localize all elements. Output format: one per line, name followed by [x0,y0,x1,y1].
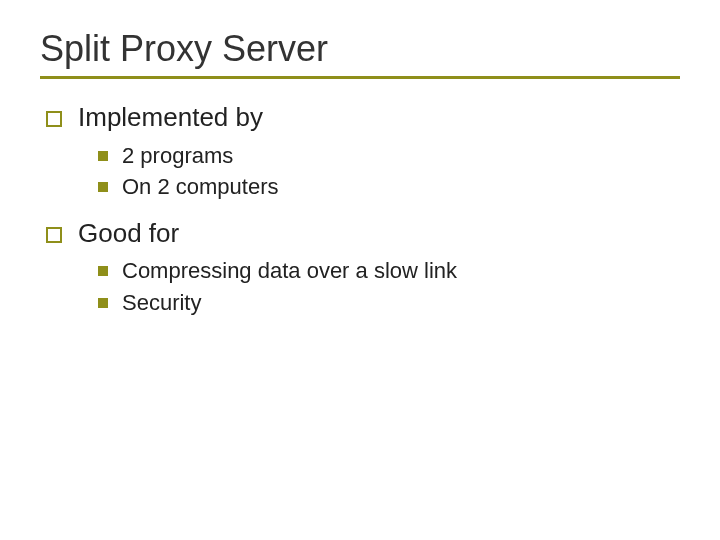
level2-item: 2 programs [98,142,680,170]
level2-item: Compressing data over a slow link [98,257,680,285]
hollow-square-icon [46,111,62,127]
solid-square-icon [98,266,108,276]
slide-title: Split Proxy Server [40,28,680,70]
level2-label: On 2 computers [122,173,279,201]
solid-square-icon [98,182,108,192]
level2-item: On 2 computers [98,173,680,201]
hollow-square-icon [46,227,62,243]
level1-item: Good for [46,217,680,250]
level1-item: Implemented by [46,101,680,134]
level2-label: 2 programs [122,142,233,170]
level1-label: Implemented by [78,101,263,134]
slide: Split Proxy Server Implemented by 2 prog… [0,0,720,540]
solid-square-icon [98,298,108,308]
level1-label: Good for [78,217,179,250]
level2-item: Security [98,289,680,317]
level2-label: Compressing data over a slow link [122,257,457,285]
title-underline [40,76,680,79]
solid-square-icon [98,151,108,161]
level2-label: Security [122,289,201,317]
